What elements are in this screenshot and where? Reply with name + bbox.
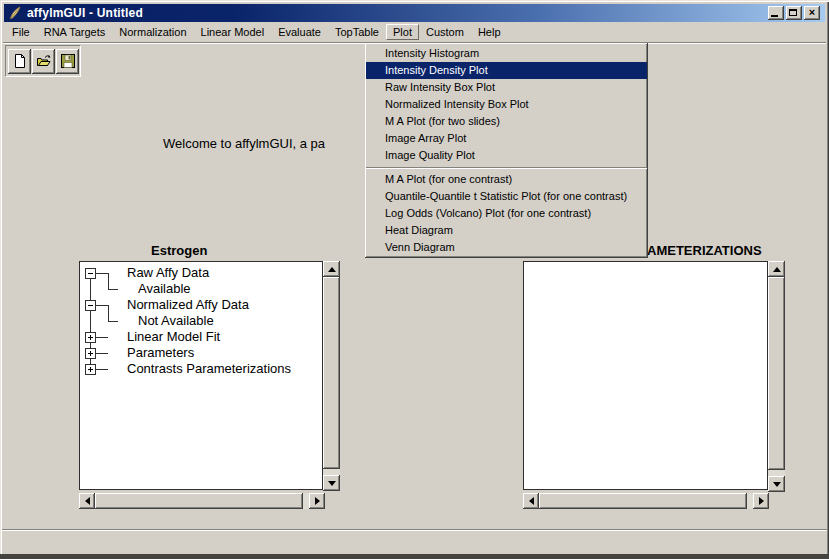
window-bottom-edge — [0, 554, 829, 559]
menubar-item-toptable[interactable]: TopTable — [328, 24, 386, 40]
menu-item-ma-plot-two-slides[interactable]: M A Plot (for two slides) — [366, 113, 647, 130]
arrow-up-icon — [328, 267, 336, 272]
menu-item-heat-diagram[interactable]: Heat Diagram — [366, 222, 647, 239]
arrow-down-icon — [328, 481, 336, 486]
toolbar — [5, 45, 81, 77]
arrow-left-icon — [85, 497, 90, 505]
tree-collapse-toggle[interactable] — [85, 268, 96, 279]
tree-expand-toggle[interactable] — [85, 332, 96, 343]
minimize-icon — [771, 15, 778, 17]
application-window: affylmGUI - Untitled × File RNA Targets … — [0, 0, 829, 559]
floppy-disk-icon — [60, 53, 76, 69]
menu-item-venn-diagram[interactable]: Venn Diagram — [366, 239, 647, 256]
menu-item-ma-plot-one-contrast[interactable]: M A Plot (for one contrast) — [366, 171, 647, 188]
save-file-button[interactable] — [56, 49, 79, 74]
window-title: affylmGUI - Untitled — [27, 6, 143, 20]
menubar-item-plot[interactable]: Plot — [386, 24, 419, 40]
left-panel-title: Estrogen — [151, 243, 207, 258]
menu-item-intensity-density-plot[interactable]: Intensity Density Plot — [366, 62, 647, 79]
tree-item-normalized-affy-data[interactable]: Normalized Affy Data — [127, 297, 249, 313]
menubar-item-custom[interactable]: Custom — [419, 24, 471, 40]
menubar: File RNA Targets Normalization Linear Mo… — [3, 22, 826, 42]
menu-item-normalized-intensity-box-plot[interactable]: Normalized Intensity Box Plot — [366, 96, 647, 113]
feather-icon — [8, 6, 22, 20]
welcome-text: Welcome to affylmGUI, a pa — [163, 136, 325, 151]
tree-branch-line — [108, 321, 118, 322]
scrollbar-thumb[interactable] — [95, 493, 303, 509]
arrow-up-icon — [773, 267, 781, 272]
menubar-item-linear-model[interactable]: Linear Model — [194, 24, 272, 40]
scroll-right-button[interactable] — [753, 493, 769, 509]
maximize-icon — [789, 9, 797, 16]
open-file-button[interactable] — [32, 49, 55, 74]
plot-dropdown-menu: Intensity Histogram Intensity Density Pl… — [365, 43, 648, 258]
left-tree-listbox[interactable]: Raw Affy Data Available Normalized Affy … — [79, 261, 323, 490]
scrollbar-thumb[interactable] — [539, 493, 747, 509]
menu-item-intensity-histogram[interactable]: Intensity Histogram — [366, 45, 647, 62]
tree-expand-toggle[interactable] — [85, 348, 96, 359]
status-bar-separator — [2, 529, 827, 531]
tree-expand-toggle[interactable] — [85, 364, 96, 375]
close-icon: × — [804, 6, 820, 19]
tree-branch-line — [108, 305, 109, 321]
menu-item-image-array-plot[interactable]: Image Array Plot — [366, 130, 647, 147]
tree-item-parameters[interactable]: Parameters — [127, 345, 194, 361]
scroll-left-button[interactable] — [523, 493, 539, 509]
scroll-down-button[interactable] — [323, 475, 340, 491]
right-panel-title: AMETERIZATIONS — [647, 243, 762, 258]
scroll-right-button[interactable] — [309, 493, 325, 509]
right-horizontal-scrollbar[interactable] — [523, 493, 769, 509]
scroll-down-button[interactable] — [768, 476, 785, 492]
tree-item-linear-model-fit[interactable]: Linear Model Fit — [127, 329, 220, 345]
blank-page-icon — [12, 53, 28, 69]
open-folder-icon — [36, 53, 52, 69]
minimize-button[interactable] — [768, 6, 784, 20]
arrow-right-icon — [315, 497, 320, 505]
tree-branch-line — [108, 289, 118, 290]
maximize-button[interactable] — [786, 6, 802, 20]
tree-stub-line — [96, 369, 108, 370]
right-listbox[interactable] — [523, 261, 768, 490]
left-horizontal-scrollbar[interactable] — [79, 493, 325, 509]
arrow-right-icon — [759, 497, 764, 505]
tree-stub-line — [96, 353, 108, 354]
right-vertical-scrollbar[interactable] — [768, 261, 785, 492]
tree-item-contrasts-parameterizations[interactable]: Contrasts Parameterizations — [127, 361, 291, 377]
new-file-button[interactable] — [8, 49, 31, 74]
close-button[interactable]: × — [804, 6, 820, 20]
menubar-item-file[interactable]: File — [5, 24, 37, 40]
menubar-item-rna-targets[interactable]: RNA Targets — [37, 24, 113, 40]
menu-item-log-odds-volcano-plot[interactable]: Log Odds (Volcano) Plot (for one contras… — [366, 205, 647, 222]
menu-separator — [366, 167, 647, 169]
scroll-up-button[interactable] — [323, 261, 340, 277]
scrollbar-thumb[interactable] — [323, 277, 340, 469]
menu-item-qq-t-statistic-plot[interactable]: Quantile-Quantile t Statistic Plot (for … — [366, 188, 647, 205]
titlebar[interactable]: affylmGUI - Untitled × — [4, 4, 825, 22]
menubar-item-normalization[interactable]: Normalization — [112, 24, 193, 40]
tree-collapse-toggle[interactable] — [85, 300, 96, 311]
scrollbar-thumb[interactable] — [768, 277, 785, 470]
tree-stub-line — [96, 337, 108, 338]
tree-stub-line — [96, 273, 108, 274]
arrow-left-icon — [529, 497, 534, 505]
scroll-up-button[interactable] — [768, 261, 785, 277]
scroll-left-button[interactable] — [79, 493, 95, 509]
left-vertical-scrollbar[interactable] — [323, 261, 340, 491]
tree-stub-line — [96, 305, 108, 306]
menu-item-image-quality-plot[interactable]: Image Quality Plot — [366, 147, 647, 164]
menu-item-raw-intensity-box-plot[interactable]: Raw Intensity Box Plot — [366, 79, 647, 96]
menubar-item-evaluate[interactable]: Evaluate — [271, 24, 328, 40]
tree-item-not-available[interactable]: Not Available — [138, 313, 214, 329]
tree-branch-line — [108, 273, 109, 289]
arrow-down-icon — [773, 482, 781, 487]
tree-item-raw-affy-data[interactable]: Raw Affy Data — [127, 265, 209, 281]
tree-item-available[interactable]: Available — [138, 281, 191, 297]
menubar-item-help[interactable]: Help — [471, 24, 508, 40]
